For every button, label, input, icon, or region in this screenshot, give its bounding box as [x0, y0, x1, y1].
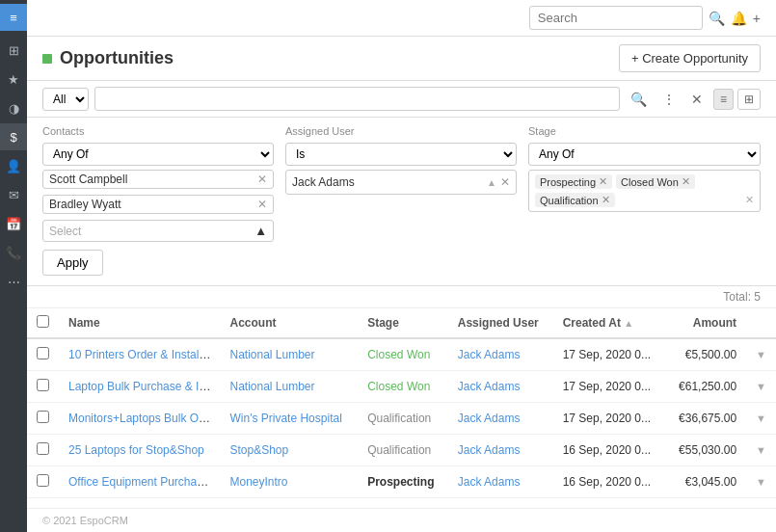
- opportunity-name-link[interactable]: Office Equipment Purchase & In...: [68, 475, 220, 489]
- row-actions-cell: ▼: [746, 435, 776, 466]
- add-icon-btn[interactable]: +: [753, 11, 761, 26]
- row-amount-cell: €61,250.00: [665, 371, 746, 403]
- account-name-link[interactable]: National Lumber: [229, 348, 314, 361]
- col-header-name[interactable]: Name: [59, 308, 220, 338]
- assigned-user-link[interactable]: Jack Adams: [458, 380, 521, 393]
- row-dropdown-btn[interactable]: ▼: [756, 476, 766, 488]
- row-stage-cell: Qualification: [358, 403, 448, 435]
- assigned-user-link[interactable]: Jack Adams: [458, 412, 521, 425]
- assigned-filter-label: Assigned User: [285, 125, 517, 137]
- row-checkbox-2[interactable]: [37, 411, 49, 423]
- stage-operator-select[interactable]: Any Of: [528, 143, 761, 166]
- col-header-account[interactable]: Account: [220, 308, 358, 338]
- assigned-user-link[interactable]: Jack Adams: [458, 475, 521, 489]
- stage-tag-prospecting-remove[interactable]: ✕: [599, 175, 607, 188]
- filter-search-input[interactable]: [94, 87, 620, 111]
- row-dropdown-btn[interactable]: ▼: [756, 349, 766, 360]
- row-name-cell: 25 Laptops for Stop&Shop: [59, 435, 220, 466]
- col-header-amount[interactable]: Amount: [665, 308, 746, 338]
- row-assigned-cell: Jack Adams: [448, 435, 553, 466]
- row-checkbox-1[interactable]: [37, 379, 49, 391]
- sidebar-icon-brand[interactable]: ≡: [0, 4, 27, 31]
- row-actions-cell: ▼: [746, 466, 776, 498]
- row-checkbox-4[interactable]: [37, 474, 49, 487]
- search-icon-btn[interactable]: 🔍: [709, 11, 725, 26]
- row-amount-cell: €5,500.00: [665, 338, 746, 371]
- contact-tag-scott: Scott Campbell ✕: [42, 170, 274, 189]
- created-at-value: 16 Sep, 2020 0...: [563, 443, 651, 457]
- account-name-link[interactable]: National Lumber: [229, 380, 314, 393]
- sidebar-icon-calls[interactable]: 📞: [0, 239, 27, 266]
- sidebar-icon-emails[interactable]: ✉: [0, 181, 27, 208]
- row-checkbox-cell: [27, 466, 59, 498]
- opportunity-name-link[interactable]: Laptop Bulk Purchase & Installat...: [68, 380, 220, 393]
- sidebar-icon-contacts[interactable]: 👤: [0, 152, 27, 179]
- sidebar-icon-accounts[interactable]: ◑: [0, 94, 27, 121]
- row-name-cell: Laptop Bulk Purchase & Installat...: [59, 371, 220, 403]
- sidebar-icon-more[interactable]: ⋯: [0, 268, 27, 295]
- row-checkbox-0[interactable]: [37, 347, 49, 359]
- filter-search-btn[interactable]: 🔍: [626, 89, 652, 110]
- opportunity-name-link[interactable]: Monitors+Laptops Bulk Order: [68, 412, 219, 425]
- create-opportunity-button[interactable]: + Create Opportunity: [619, 44, 761, 72]
- sidebar-icon-calendar[interactable]: 📅: [0, 210, 27, 237]
- contact-add-placeholder: Select: [49, 225, 81, 238]
- account-name-link[interactable]: Win's Private Hospital: [229, 412, 341, 425]
- row-checkbox-cell: [27, 403, 59, 435]
- table-body: 10 Printers Order & Installation Nationa…: [27, 338, 776, 498]
- sidebar-icon-opportunities[interactable]: $: [0, 123, 27, 150]
- sidebar-icon-home[interactable]: ⊞: [0, 37, 27, 64]
- table-row: Laptop Bulk Purchase & Installat... Nati…: [27, 371, 776, 403]
- global-search-input[interactable]: [529, 6, 703, 30]
- row-assigned-cell: Jack Adams: [448, 338, 553, 371]
- stage-tags-clear-all[interactable]: ✕: [745, 194, 754, 206]
- footer-copyright: © 2021 EspoCRM: [42, 515, 128, 526]
- row-checkbox-3[interactable]: [37, 442, 49, 455]
- amount-value: €36,675.00: [679, 412, 736, 425]
- filter-more-btn[interactable]: ⋮: [657, 89, 681, 110]
- opportunity-name-link[interactable]: 25 Laptops for Stop&Shop: [68, 443, 204, 457]
- col-header-created[interactable]: Created At ▲: [553, 308, 666, 338]
- contact-tag-scott-remove[interactable]: ✕: [257, 173, 267, 186]
- title-dot: [42, 54, 52, 64]
- contact-tag-scott-label: Scott Campbell: [49, 173, 127, 186]
- row-actions-cell: ▼: [746, 403, 776, 435]
- assigned-user-link[interactable]: Jack Adams: [458, 348, 521, 361]
- created-at-value: 16 Sep, 2020 0...: [563, 475, 651, 489]
- page-title-group: Opportunities: [42, 48, 174, 68]
- account-name-link[interactable]: MoneyIntro: [229, 475, 287, 489]
- row-dropdown-btn[interactable]: ▼: [756, 444, 766, 456]
- sidebar-icon-star[interactable]: ★: [0, 66, 27, 93]
- assigned-clear-btn[interactable]: ✕: [500, 175, 510, 189]
- stage-tag-qualification-remove[interactable]: ✕: [602, 194, 610, 206]
- opportunity-name-link[interactable]: 10 Printers Order & Installation: [68, 348, 220, 361]
- col-header-assigned[interactable]: Assigned User: [448, 308, 553, 338]
- contact-tag-bradley-remove[interactable]: ✕: [257, 198, 267, 211]
- filter-scope-select[interactable]: All: [42, 88, 89, 111]
- filter-clear-btn[interactable]: ✕: [686, 89, 708, 110]
- stage-tag-prospecting-label: Prospecting: [540, 176, 596, 188]
- row-dropdown-btn[interactable]: ▼: [756, 381, 766, 392]
- account-name-link[interactable]: Stop&Shop: [229, 443, 288, 457]
- contact-add-row[interactable]: Select ▲: [42, 220, 274, 242]
- row-account-cell: National Lumber: [220, 338, 358, 371]
- contacts-operator-select[interactable]: Any Of: [42, 143, 274, 166]
- row-assigned-cell: Jack Adams: [448, 371, 553, 403]
- assigned-operator-select[interactable]: Is: [285, 143, 517, 166]
- contacts-filter-group: Contacts Any Of Scott Campbell ✕ Bradley…: [42, 125, 274, 242]
- stage-tag-closedwon-remove[interactable]: ✕: [682, 175, 690, 188]
- select-all-checkbox[interactable]: [37, 315, 49, 328]
- apply-filters-button[interactable]: Apply: [42, 250, 103, 276]
- table-row: 25 Laptops for Stop&Shop Stop&Shop Quali…: [27, 435, 776, 466]
- row-dropdown-btn[interactable]: ▼: [756, 412, 766, 424]
- contact-tag-bradley: Bradley Wyatt ✕: [42, 195, 274, 214]
- view-list-btn[interactable]: ≡: [713, 89, 734, 110]
- notifications-icon-btn[interactable]: 🔔: [731, 11, 747, 26]
- assigned-user-link[interactable]: Jack Adams: [458, 443, 521, 457]
- assigned-chevron-up: ▲: [487, 177, 496, 188]
- view-kanban-btn[interactable]: ⊞: [737, 89, 761, 110]
- row-actions-cell: ▼: [746, 371, 776, 403]
- col-header-stage[interactable]: Stage: [358, 308, 448, 338]
- contact-tag-bradley-label: Bradley Wyatt: [49, 198, 121, 211]
- stage-filter-group: Stage Any Of Prospecting ✕ Closed Won ✕ …: [528, 125, 761, 212]
